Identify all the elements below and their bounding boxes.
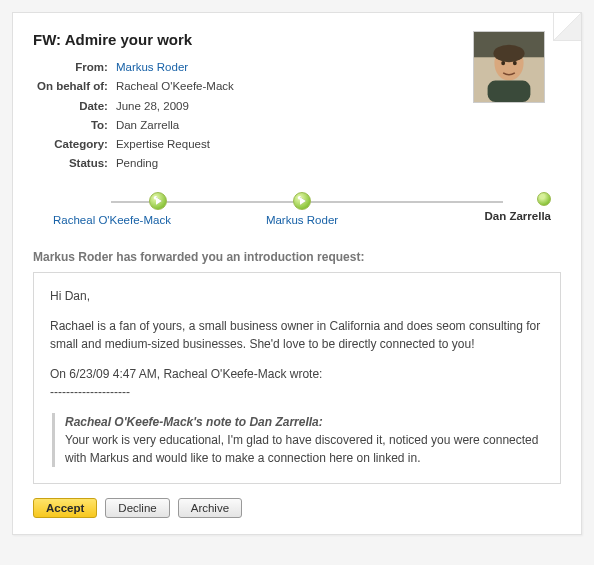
dog-ear-decoration [553,13,581,41]
chain-node-recipient: Dan Zarrella [431,192,551,222]
introduction-request-card: FW: Admire your work From: Markus Roder … [12,12,582,535]
svg-point-4 [501,61,505,65]
message-greeting: Hi Dan, [50,287,544,305]
message-body: Hi Dan, Rachael is a fan of yours, a sma… [33,272,561,484]
quoted-note: Racheal O'Keefe-Mack's note to Dan Zarre… [52,413,544,467]
chain-dot-icon [537,192,551,206]
sender-avatar[interactable] [473,31,545,103]
chain-node-forwarder: Markus Roder [242,192,362,226]
meta-label-to: To: [33,116,112,135]
chain-node-origin: Racheal O'Keefe-Mack [53,192,173,226]
quoted-header: On 6/23/09 4:47 AM, Racheal O'Keefe-Mack… [50,367,322,381]
chain-label-recipient: Dan Zarrella [485,210,551,222]
meta-label-onbehalf: On behalf of: [33,77,112,96]
meta-status-value: Pending [112,154,238,173]
meta-label-category: Category: [33,135,112,154]
quote-body: Your work is very educational, I'm glad … [65,431,544,467]
meta-category-value: Expertise Request [112,135,238,154]
chain-label-forwarder[interactable]: Markus Roder [266,214,338,226]
chain-dot-arrow-icon [149,192,167,210]
decline-button[interactable]: Decline [105,498,169,518]
message-meta: From: Markus Roder On behalf of: Racheal… [33,58,238,174]
accept-button[interactable]: Accept [33,498,97,518]
meta-label-date: Date: [33,97,112,116]
svg-point-3 [493,45,524,63]
chain-dot-arrow-icon [293,192,311,210]
meta-label-from: From: [33,58,112,77]
archive-button[interactable]: Archive [178,498,242,518]
action-bar: Accept Decline Archive [33,498,561,518]
svg-rect-6 [488,81,531,102]
meta-date-value: June 28, 2009 [112,97,238,116]
message-header: From: Markus Roder On behalf of: Racheal… [33,58,561,174]
meta-to-value: Dan Zarrella [112,116,238,135]
meta-from-link[interactable]: Markus Roder [116,61,188,73]
chain-label-origin[interactable]: Racheal O'Keefe-Mack [53,214,171,226]
quote-title: Racheal O'Keefe-Mack's note to Dan Zarre… [65,413,544,431]
meta-label-status: Status: [33,154,112,173]
forwarding-chain: Racheal O'Keefe-Mack Markus Roder Dan Za… [33,192,561,236]
svg-point-5 [513,61,517,65]
intro-heading: Markus Roder has forwarded you an introd… [33,250,561,264]
quoted-separator: -------------------- [50,385,130,399]
meta-onbehalf-value: Racheal O'Keefe-Mack [112,77,238,96]
message-text: Rachael is a fan of yours, a small busin… [50,317,544,353]
avatar-placeholder-icon [474,32,544,102]
